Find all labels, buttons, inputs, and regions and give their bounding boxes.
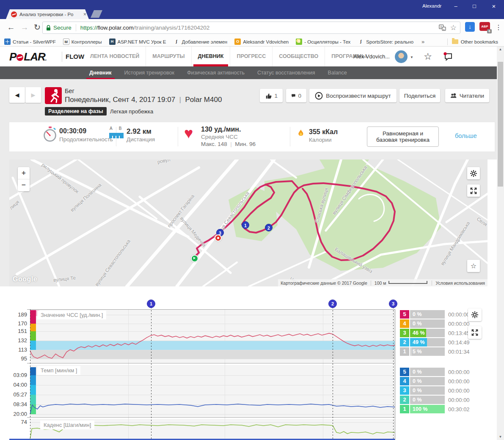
chart-settings-button[interactable]	[468, 308, 482, 321]
like-button[interactable]: 1	[260, 89, 283, 102]
stat-divider	[178, 127, 178, 146]
maximize-button[interactable]: □	[465, 0, 483, 12]
zone-time: 00:00:00	[448, 388, 470, 394]
zone-percent: 5 %	[413, 347, 422, 356]
zone-time: 00:00:00	[448, 397, 470, 403]
translate-icon[interactable]: A a	[439, 25, 446, 31]
bookmark-item[interactable]: Статьи - SilverWPF	[4, 38, 56, 45]
zone-percent: 0 %	[413, 386, 422, 395]
tab-close-icon[interactable]: ×	[83, 11, 86, 17]
nav-routes[interactable]: МАРШРУТЫ	[146, 47, 191, 66]
bookmark-star-icon[interactable]: ☆	[450, 23, 457, 32]
titlebar: Анализ тренировки - Po × Alexandr – □ ×	[0, 0, 504, 19]
axis-tick-label: 113	[10, 346, 27, 353]
address-bar[interactable]: Secure https://flow.polar.com/training/a…	[42, 22, 460, 34]
readers-button[interactable]: Читатели	[445, 89, 489, 102]
bookmark-item[interactable]: OAleksandr Vdovichen	[234, 38, 289, 45]
back-icon[interactable]: ←	[5, 22, 17, 33]
zone-row: 40 %00:00:00	[400, 377, 470, 385]
scrollbar-up-icon[interactable]: ▲	[497, 47, 504, 52]
subnav-balance[interactable]: Balance	[322, 66, 353, 79]
bookmark-item[interactable]: S- Осцилляторы - Тех	[296, 38, 350, 45]
logo-divider	[62, 52, 62, 62]
map-zoom-control[interactable]: + −	[18, 167, 30, 191]
chrome-menu-icon[interactable]: ⋮	[493, 22, 504, 33]
bookmark-item[interactable]: HASP.NET MVC Урок Е	[109, 38, 166, 45]
zone-row: 1100 %00:30:02	[400, 405, 470, 413]
user-name[interactable]: Alex Vdovich...	[353, 53, 390, 60]
subnav-activity[interactable]: Физическая активность	[181, 66, 251, 79]
zone-bar: 0 %	[410, 396, 445, 404]
zone-color-column	[30, 324, 36, 331]
nav-community[interactable]: СООБЩЕСТВО	[272, 47, 325, 66]
bookmark-icon: ∫	[358, 38, 364, 45]
summary-card: 00:30:09 Продолжительность AB 2.92 км Ди…	[9, 122, 495, 151]
share-button[interactable]: Поделиться	[399, 89, 440, 102]
previous-session-button[interactable]: ◀	[9, 87, 25, 103]
forward-icon[interactable]: →	[19, 22, 30, 33]
plot-left-dashed-border	[30, 309, 30, 440]
zone-color-column	[30, 310, 36, 324]
chrome-profile-name[interactable]: Alexandr	[422, 3, 441, 8]
other-bookmarks[interactable]: Other bookmarks	[452, 39, 498, 44]
subnav-history[interactable]: История тренировок	[118, 66, 181, 79]
vertical-gridline	[128, 309, 129, 440]
more-link[interactable]: больше	[455, 132, 477, 139]
scrollbar-down-icon[interactable]: ▼	[497, 434, 504, 440]
bookmark-item[interactable]: ∫Добавление элемен	[173, 38, 227, 45]
new-tab-button[interactable]	[91, 10, 102, 18]
url-text: https://flow.polar.com/training/analysis…	[80, 25, 435, 31]
browser-tab[interactable]: Анализ тренировки - Po ×	[6, 9, 89, 19]
zoom-in-button[interactable]: +	[18, 167, 30, 179]
zone-bar: 5 %	[410, 347, 445, 356]
bookmark-item[interactable]: MКонтроллеры	[63, 38, 102, 45]
replay-route-button[interactable]: Воспроизвести маршрут	[309, 89, 397, 102]
scrollbar-thumb[interactable]	[498, 62, 503, 187]
map-lap-marker: 1	[242, 221, 249, 229]
zone-color-column	[30, 331, 36, 341]
terms-link[interactable]: Условия использования	[435, 280, 485, 286]
heart-icon: ♥	[184, 125, 193, 142]
map-favorite-button[interactable]: ☆	[467, 260, 480, 272]
nav-feed[interactable]: ЛЕНТА НОВОСТЕЙ	[84, 47, 146, 66]
polar-logo[interactable]: PLAR.	[9, 50, 47, 63]
subnav-recovery[interactable]: Статус восстановления	[251, 66, 322, 79]
zone-row: 30 %00:00:00	[400, 386, 470, 395]
map-fullscreen-button[interactable]	[467, 184, 480, 197]
chart-fullscreen-button[interactable]	[468, 326, 482, 339]
hr-label: Средняя ЧСС	[201, 134, 238, 140]
nav-diary[interactable]: ДНЕВНИК	[191, 47, 230, 66]
minimize-button[interactable]: –	[447, 0, 465, 12]
close-button[interactable]: ×	[485, 0, 503, 12]
zone-number: 3	[400, 329, 409, 337]
phase-marker: 3	[389, 300, 397, 308]
bookmark-item[interactable]: ∫SportsStore: реально	[358, 38, 413, 45]
route-finish-marker	[215, 234, 222, 242]
axis-tick-label: 04:00	[10, 382, 27, 388]
calories-value: 355 кКал	[309, 128, 338, 136]
zone-number: 2	[400, 396, 409, 404]
next-session-button[interactable]: ▶	[25, 87, 41, 103]
avatar[interactable]	[395, 50, 408, 63]
adblock-extension-icon[interactable]: ABP6	[479, 22, 490, 31]
download-extension-icon[interactable]: ↓	[465, 22, 475, 32]
map-settings-button[interactable]	[467, 167, 480, 179]
comments-button[interactable]: 0	[286, 89, 306, 102]
reload-icon[interactable]: ↻	[31, 22, 43, 33]
route-map[interactable]: рилуцький провулокровулвулиця Полігоннал…	[9, 160, 487, 286]
zoom-out-button[interactable]: −	[18, 179, 30, 191]
favorites-star-icon[interactable]: ☆	[424, 51, 432, 62]
zone-color-column	[30, 385, 36, 395]
sport-label: Бег	[65, 88, 74, 94]
zone-bar: 0 %	[410, 368, 445, 376]
zone-percent: 46 %	[413, 329, 425, 337]
nav-progress[interactable]: ПРОГРЕСС	[230, 47, 272, 66]
zone-bar: 0 %	[410, 319, 445, 328]
google-logo: Google	[13, 275, 37, 283]
zone-time: 00:00:00	[448, 321, 470, 327]
subnav-diary[interactable]: Дневник	[83, 66, 118, 79]
notifications-icon[interactable]	[443, 52, 453, 61]
bookmarks-overflow-icon[interactable]: »	[421, 38, 424, 45]
horizontal-gridline	[30, 324, 395, 324]
chevron-down-icon[interactable]: ▼	[410, 55, 413, 59]
